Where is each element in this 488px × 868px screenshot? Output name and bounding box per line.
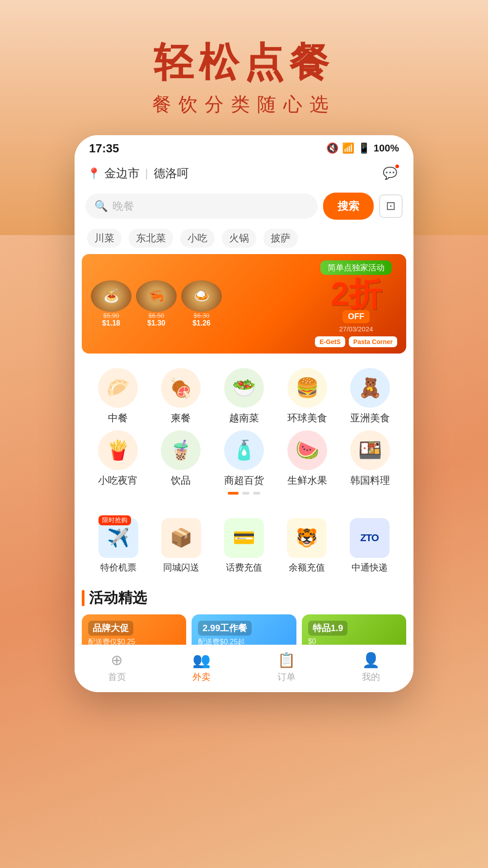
category-tags: 川菜 东北菜 小吃 火锅 披萨 <box>75 224 413 254</box>
service-item-4[interactable]: ZTO 中通快递 <box>340 518 399 574</box>
food-cat-5[interactable]: 🍟 小吃夜宵 <box>86 430 150 487</box>
chat-button[interactable]: 💬 <box>379 163 401 184</box>
food-cat-label-3: 环球美食 <box>287 411 327 425</box>
hero-subtitle: 餐饮分类随心选 <box>0 92 488 117</box>
food-cat-2[interactable]: 🥗 越南菜 <box>212 368 276 425</box>
food-cat-label-0: 中餐 <box>108 411 128 425</box>
home-icon: ⊕ <box>111 651 123 669</box>
food-cat-label-1: 柬餐 <box>171 411 191 425</box>
food-cat-1[interactable]: 🍖 柬餐 <box>150 368 213 425</box>
banner-logos: E-GetS Pasta Corner <box>315 336 397 347</box>
hero-section: 轻松点餐 餐饮分类随心选 <box>0 0 488 117</box>
nav-item-delivery[interactable]: 👥 外卖 <box>160 651 244 683</box>
nav-label-orders: 订单 <box>277 671 296 683</box>
promo-tag: 简单点独家活动 <box>320 260 392 275</box>
service-badge-0: 限时抢购 <box>99 515 131 525</box>
food-cat-7[interactable]: 🧴 商超百货 <box>212 430 276 487</box>
location-separator: | <box>145 166 148 180</box>
food-cat-label-9: 韩国料理 <box>350 474 390 487</box>
wifi-icon: 📶 <box>342 142 354 154</box>
section-header: 活动精选 <box>82 588 406 608</box>
logo-badge-0: E-GetS <box>315 336 345 347</box>
food-cat-icon-0: 🥟 <box>98 368 138 408</box>
bottom-nav: ⊕ 首页 👥 外卖 📋 订单 👤 我的 <box>75 645 413 692</box>
food-old-price-1: $6.50 <box>148 312 164 319</box>
nav-label-home: 首页 <box>108 671 126 683</box>
banner-promo: 简单点独家活动 2折 OFF 27/03/2024 E-GetS Pasta C… <box>315 260 397 347</box>
services-grid: ✈️ 限时抢购 特价机票 📦 同城闪送 💳 话费充值 🐯 余额充值 ZTO 中通… <box>89 518 399 574</box>
hero-title: 轻松点餐 <box>0 41 488 85</box>
food-cat-3[interactable]: 🍔 环球美食 <box>276 368 339 425</box>
food-new-price-1: $1.30 <box>147 319 165 327</box>
food-cat-9[interactable]: 🍱 韩国料理 <box>338 430 402 487</box>
location-left: 📍 金边市 | 德洛呵 <box>87 165 189 181</box>
banner-food-area: 🍝 $5.90 $1.18 🦐 $6.50 $1.30 🍛 $6.30 $1.2… <box>91 280 222 327</box>
food-cat-icon-6: 🧋 <box>161 430 201 470</box>
promo-off-label: OFF <box>343 310 370 323</box>
card-tag-1: 2.99工作餐 <box>198 621 252 636</box>
food-new-price-0: $1.18 <box>102 319 120 327</box>
scan-button[interactable]: ⊡ <box>379 194 403 218</box>
orders-icon: 📋 <box>277 651 296 669</box>
food-cat-4[interactable]: 🧸 亚洲美食 <box>338 368 402 425</box>
search-bar: 🔍 晚餐 搜索 ⊡ <box>75 188 413 224</box>
status-time: 17:35 <box>89 142 119 156</box>
card-text-2: 特品1.9 $0 <box>308 621 348 646</box>
category-tag-0[interactable]: 川菜 <box>87 229 122 248</box>
banner-food-0: 🍝 $5.90 $1.18 <box>91 280 131 327</box>
food-cat-icon-5: 🍟 <box>98 430 138 470</box>
banner-date: 27/03/2024 <box>339 325 373 333</box>
service-label-0: 特价机票 <box>100 561 136 574</box>
dot-2 <box>253 492 260 495</box>
food-cat-icon-4: 🧸 <box>350 368 390 408</box>
food-old-price-2: $6.30 <box>193 312 209 319</box>
service-label-3: 余额充值 <box>289 561 325 574</box>
food-plate-2: 🍛 <box>181 280 222 312</box>
food-cat-icon-8: 🍉 <box>287 430 327 470</box>
food-cat-label-7: 商超百货 <box>224 474 264 487</box>
nav-item-home[interactable]: ⊕ 首页 <box>75 651 160 683</box>
service-item-2[interactable]: 💳 话费充值 <box>215 518 274 574</box>
status-icons: 🔇 📶 📱 100% <box>326 142 399 154</box>
mute-icon: 🔇 <box>326 142 338 154</box>
food-cat-label-8: 生鲜水果 <box>287 474 327 487</box>
service-label-1: 同城闪送 <box>163 561 199 574</box>
food-cat-label-5: 小吃夜宵 <box>98 474 138 487</box>
search-icon: 🔍 <box>94 200 108 212</box>
food-cat-icon-7: 🧴 <box>224 430 264 470</box>
location-city: 金边市 <box>104 165 140 181</box>
food-cat-8[interactable]: 🍉 生鲜水果 <box>276 430 339 487</box>
food-new-price-2: $1.26 <box>192 319 211 327</box>
service-icon-1: 📦 <box>161 518 201 558</box>
food-cat-icon-1: 🍖 <box>161 368 201 408</box>
service-item-3[interactable]: 🐯 余额充值 <box>277 518 336 574</box>
category-tag-3[interactable]: 火锅 <box>222 229 256 248</box>
service-item-1[interactable]: 📦 同城闪送 <box>152 518 211 574</box>
promo-banner[interactable]: 🍝 $5.90 $1.18 🦐 $6.50 $1.30 🍛 $6.30 $1.2… <box>82 254 406 354</box>
food-categories-section: 🥟 中餐 🍖 柬餐 🥗 越南菜 🍔 环球美食 🧸 亚洲美食 🍟 小吃夜宵 <box>82 359 406 504</box>
food-cat-6[interactable]: 🧋 饮品 <box>150 430 213 487</box>
service-label-2: 话费充值 <box>226 561 262 574</box>
card-text-1: 2.99工作餐 配送费$0.25起 <box>198 621 252 647</box>
card-tag-0: 品牌大促 <box>88 621 133 636</box>
service-icon-3: 🐯 <box>287 518 327 558</box>
category-tag-2[interactable]: 小吃 <box>180 229 215 248</box>
food-cat-0[interactable]: 🥟 中餐 <box>86 368 150 425</box>
search-input-wrap[interactable]: 🔍 晚餐 <box>85 193 318 219</box>
location-icon: 📍 <box>87 167 101 180</box>
location-area: 德洛呵 <box>154 165 189 181</box>
section-title: 活动精选 <box>89 588 147 608</box>
nav-item-orders[interactable]: 📋 订单 <box>244 651 329 683</box>
food-cat-label-4: 亚洲美食 <box>350 411 390 425</box>
search-button[interactable]: 搜索 <box>323 193 374 220</box>
service-item-0[interactable]: ✈️ 限时抢购 特价机票 <box>89 518 148 574</box>
status-bar: 17:35 🔇 📶 📱 100% <box>75 135 413 159</box>
profile-icon: 👤 <box>362 651 380 669</box>
logo-badge-1: Pasta Corner <box>349 336 397 347</box>
food-cat-icon-2: 🥗 <box>224 368 264 408</box>
nav-item-profile[interactable]: 👤 我的 <box>329 651 414 683</box>
category-tag-1[interactable]: 东北菜 <box>129 229 173 248</box>
food-cat-label-2: 越南菜 <box>229 411 259 425</box>
food-old-price-0: $5.90 <box>103 312 119 319</box>
category-tag-4[interactable]: 披萨 <box>263 229 298 248</box>
